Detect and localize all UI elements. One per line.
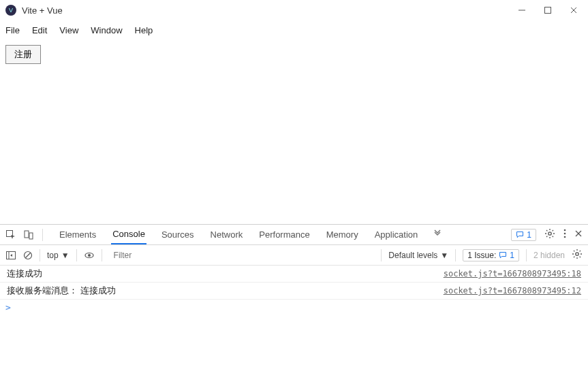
svg-rect-5 xyxy=(25,231,29,238)
message-icon xyxy=(499,251,507,259)
issues-indicator[interactable]: 1 Issue: 1 xyxy=(463,249,519,261)
console-message-text: 连接成功 xyxy=(7,268,444,280)
close-devtools-icon[interactable] xyxy=(574,229,583,240)
console-message-row: 接收服务端消息： 连接成功 socket.js?t=1667808973495:… xyxy=(0,283,588,300)
svg-point-18 xyxy=(88,254,91,257)
svg-point-10 xyxy=(564,236,566,238)
console-prompt[interactable]: > xyxy=(0,300,588,315)
tab-console[interactable]: Console xyxy=(111,225,146,244)
minimize-button[interactable] xyxy=(517,5,527,15)
chevron-down-icon: ▼ xyxy=(440,251,448,260)
tab-application[interactable]: Application xyxy=(373,225,420,244)
window-title: Vite + Vue xyxy=(22,5,63,16)
menu-window[interactable]: Window xyxy=(91,25,122,35)
more-icon[interactable] xyxy=(563,228,566,241)
context-selector[interactable]: top ▼ xyxy=(47,251,69,260)
svg-point-9 xyxy=(564,233,566,235)
inspect-element-icon[interactable] xyxy=(5,229,16,240)
close-window-button[interactable] xyxy=(569,5,578,15)
live-expression-icon[interactable] xyxy=(84,250,95,261)
svg-line-16 xyxy=(26,253,31,257)
prompt-caret-icon: > xyxy=(5,302,11,313)
app-icon: V xyxy=(5,5,16,16)
window-controls xyxy=(517,5,583,15)
issues-count: 1 xyxy=(510,251,514,260)
settings-icon[interactable] xyxy=(544,228,555,241)
warnings-count: 1 xyxy=(527,230,531,240)
console-body: 连接成功 socket.js?t=1667808973495:18 接收服务端消… xyxy=(0,266,588,382)
console-message-source[interactable]: socket.js?t=1667808973495:18 xyxy=(444,269,581,278)
console-sidebar-toggle-icon[interactable] xyxy=(5,250,16,261)
console-toolbar: top ▼ Default levels ▼ 1 Issue: 1 2 hidd… xyxy=(0,245,588,266)
devtools-tabs-bar: Elements Console Sources Network Perform… xyxy=(0,225,588,245)
register-button[interactable]: 注册 xyxy=(5,45,41,64)
svg-rect-1 xyxy=(545,7,551,14)
tab-performance[interactable]: Performance xyxy=(258,225,311,244)
context-label: top xyxy=(47,251,59,260)
tab-sources[interactable]: Sources xyxy=(160,225,196,244)
tab-network[interactable]: Network xyxy=(209,225,245,244)
title-bar: V Vite + Vue xyxy=(0,0,588,20)
hidden-count: 2 hidden xyxy=(533,251,565,260)
menu-bar: File Edit View Window Help xyxy=(0,20,588,39)
devtools-panel: Elements Console Sources Network Perform… xyxy=(0,224,588,382)
log-levels-selector[interactable]: Default levels ▼ xyxy=(388,251,448,260)
clear-console-icon[interactable] xyxy=(23,251,33,260)
levels-label: Default levels xyxy=(388,251,437,260)
device-toggle-icon[interactable] xyxy=(23,229,34,240)
filter-input[interactable] xyxy=(109,248,375,263)
tabs-overflow-icon[interactable] xyxy=(433,229,442,240)
chevron-down-icon: ▼ xyxy=(61,251,69,260)
menu-edit[interactable]: Edit xyxy=(32,25,47,35)
console-settings-icon[interactable] xyxy=(572,249,583,261)
console-message-source[interactable]: socket.js?t=1667808973495:12 xyxy=(444,286,581,296)
warnings-badge[interactable]: 1 xyxy=(511,229,536,241)
console-message-row: 连接成功 socket.js?t=1667808973495:18 xyxy=(0,266,588,283)
issues-label: 1 Issue: xyxy=(467,251,496,260)
app-content: 注册 xyxy=(0,39,588,69)
message-icon xyxy=(516,231,524,239)
menu-help[interactable]: Help xyxy=(135,25,153,35)
svg-point-19 xyxy=(576,253,578,255)
svg-rect-6 xyxy=(29,233,33,239)
tab-memory[interactable]: Memory xyxy=(325,225,360,244)
empty-area xyxy=(0,69,588,224)
menu-file[interactable]: File xyxy=(5,25,20,35)
svg-point-7 xyxy=(548,232,551,235)
maximize-button[interactable] xyxy=(543,5,553,15)
tab-elements[interactable]: Elements xyxy=(58,225,97,244)
console-message-text: 接收服务端消息： 连接成功 xyxy=(7,285,444,297)
svg-point-8 xyxy=(564,229,566,232)
menu-view[interactable]: View xyxy=(59,25,78,35)
